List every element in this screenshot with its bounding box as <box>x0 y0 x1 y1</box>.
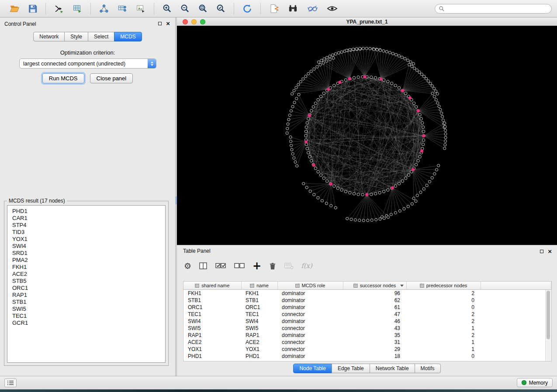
panel-menu-button[interactable] <box>4 378 17 387</box>
result-node[interactable]: YOX1 <box>7 236 165 243</box>
tab-mcds[interactable]: MCDS <box>114 32 142 41</box>
column-name[interactable]: name <box>241 282 277 290</box>
tab-network-table[interactable]: Network Table <box>370 364 415 373</box>
share-document-button[interactable] <box>268 3 280 15</box>
memory-button[interactable]: Memory <box>517 378 553 387</box>
result-node[interactable]: TEC1 <box>7 313 165 320</box>
table-row[interactable]: PHD1PHD1dominator180 <box>183 353 551 360</box>
cell-predecessor-nodes: 2 <box>406 311 481 318</box>
zoom-in-button[interactable] <box>161 3 173 14</box>
tab-select[interactable]: Select <box>88 32 114 41</box>
table-row[interactable]: FKH1FKH1dominator962 <box>183 290 551 297</box>
new-network-button[interactable] <box>98 3 110 14</box>
select-all-button[interactable] <box>215 262 226 270</box>
refresh-button[interactable] <box>241 3 253 15</box>
main-toolbar <box>0 0 557 17</box>
network-image-icon <box>135 4 146 14</box>
delete-column-button[interactable] <box>269 262 277 270</box>
cell-name: YOX1 <box>241 346 277 353</box>
optimization-criterion-label: Optimization criterion: <box>0 49 175 56</box>
column-successor-nodes[interactable]: successor nodes <box>343 282 406 290</box>
cell-mcds-role: dominator <box>277 332 343 339</box>
result-node[interactable]: ACE2 <box>7 271 165 278</box>
table-row[interactable]: SWI4SWI4dominator462 <box>183 318 551 325</box>
result-node[interactable]: GCR1 <box>7 320 165 327</box>
zoom-out-button[interactable] <box>179 3 191 14</box>
column-shared-name[interactable]: shared name <box>183 282 241 290</box>
result-node[interactable]: TID3 <box>7 229 165 236</box>
table-row[interactable]: YOX1YOX1connector291 <box>183 346 551 353</box>
result-node[interactable]: ORC1 <box>7 285 165 292</box>
result-node[interactable]: STP4 <box>7 222 165 229</box>
table-row[interactable]: SWI5SWI5connector431 <box>183 325 551 332</box>
network-title: YPA_prune.txt_1 <box>346 19 387 25</box>
result-node[interactable]: RAP1 <box>7 292 165 299</box>
close-panel-icon[interactable]: × <box>166 21 170 26</box>
open-file-button[interactable] <box>8 3 21 14</box>
scrollbar-thumb[interactable] <box>547 291 550 339</box>
function-builder-button[interactable]: f(x) <box>301 262 312 270</box>
result-node[interactable]: STB5 <box>7 278 165 285</box>
column-predecessor-nodes[interactable]: predecessor nodes <box>406 282 481 290</box>
network-canvas[interactable] <box>177 26 557 245</box>
zoom-fit-button[interactable] <box>197 3 209 14</box>
cell-shared-name: YOX1 <box>183 346 241 353</box>
search-network-button[interactable] <box>286 3 300 14</box>
close-panel-button[interactable]: Close panel <box>90 73 133 83</box>
show-columns-button[interactable] <box>199 262 208 270</box>
table-row[interactable]: ACE2ACE2connector311 <box>183 339 551 346</box>
zoom-selected-button[interactable] <box>215 3 227 14</box>
run-mcds-button[interactable]: Run MCDS <box>42 73 84 83</box>
column-type-icon <box>195 284 199 288</box>
table-settings-button[interactable]: ⚙ <box>184 261 191 270</box>
cell-mcds-role: connector <box>277 311 343 318</box>
column-mcds-role[interactable]: MCDS role <box>277 282 343 290</box>
float-table-panel-icon[interactable] <box>540 250 543 253</box>
toolbar-separator <box>234 3 234 14</box>
memory-label: Memory <box>529 380 548 386</box>
cell-filler <box>481 332 551 339</box>
window-minimize-icon[interactable] <box>191 19 197 24</box>
add-column-button[interactable]: + <box>253 261 261 270</box>
criterion-select[interactable]: largest connected component (undirected) <box>19 58 156 69</box>
result-node[interactable]: CAR1 <box>7 215 165 222</box>
tab-style[interactable]: Style <box>64 32 88 41</box>
deselect-all-button[interactable] <box>234 262 245 270</box>
import-network-button[interactable] <box>53 3 65 14</box>
show-details-button[interactable] <box>325 3 339 14</box>
tab-edge-table[interactable]: Edge Table <box>332 364 370 373</box>
sort-descending-icon[interactable] <box>400 285 404 287</box>
result-node[interactable]: FKH1 <box>7 264 165 271</box>
delete-table-button[interactable] <box>284 262 294 270</box>
tab-network[interactable]: Network <box>33 32 65 41</box>
table-tabs: Node Table Edge Table Network Table Moti… <box>177 364 557 373</box>
search-input[interactable] <box>447 5 548 12</box>
table-row[interactable]: TEC1TEC1connector472 <box>183 311 551 318</box>
table-row[interactable]: RAP1RAP1dominator352 <box>183 332 551 339</box>
tab-motifs[interactable]: Motifs <box>415 364 441 373</box>
network-image-button[interactable] <box>135 3 147 14</box>
table-scrollbar[interactable] <box>545 290 551 361</box>
result-node[interactable]: SWI5 <box>7 306 165 313</box>
table-row[interactable]: ORC1ORC1dominator610 <box>183 304 551 311</box>
import-table-icon <box>72 4 83 14</box>
tab-node-table[interactable]: Node Table <box>293 364 332 373</box>
import-table-button[interactable] <box>71 3 83 14</box>
select-all-icon <box>215 262 226 270</box>
columns-icon <box>199 262 208 270</box>
result-node[interactable]: PMA2 <box>7 257 165 264</box>
network-table-button[interactable] <box>116 3 128 14</box>
float-panel-icon[interactable] <box>158 22 162 25</box>
result-node[interactable]: PHD1 <box>7 208 165 215</box>
open-folder-icon <box>9 4 20 14</box>
cell-filler <box>481 311 551 318</box>
window-maximize-icon[interactable] <box>200 19 205 24</box>
save-session-button[interactable] <box>27 3 38 14</box>
table-row[interactable]: STB1STB1dominator620 <box>183 297 551 304</box>
window-close-icon[interactable] <box>183 19 188 24</box>
result-node[interactable]: SRD1 <box>7 250 165 257</box>
result-node[interactable]: SWI4 <box>7 243 165 250</box>
hide-details-button[interactable] <box>306 3 319 14</box>
result-node[interactable]: STB1 <box>7 299 165 306</box>
close-table-panel-icon[interactable]: × <box>548 249 552 254</box>
